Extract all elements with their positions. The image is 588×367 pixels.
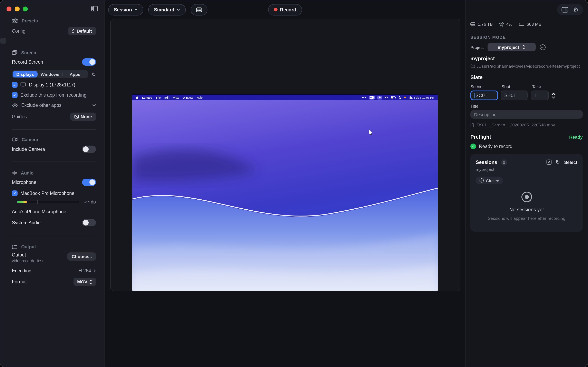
preview-menu-help: Help (197, 96, 203, 99)
tab-windows[interactable]: Windows (38, 71, 62, 77)
empty-title: No sessions yet (470, 207, 583, 212)
screen-share-icon (369, 96, 375, 99)
guides-none-icon (74, 115, 79, 119)
panel-toggle-icon[interactable] (561, 7, 568, 12)
session-mode-label: SESSION MODE (470, 35, 583, 40)
wallpaper (132, 100, 438, 291)
chevron-updown-icon (72, 29, 75, 33)
preview-menu-file: File (156, 96, 161, 99)
microphone-toggle[interactable] (82, 179, 96, 186)
refresh-icon[interactable]: ↻ (555, 159, 560, 165)
format-dropdown[interactable]: MOV (73, 278, 96, 286)
eye-off-icon (12, 103, 18, 108)
check-circle-icon: ✓ (470, 143, 476, 149)
slate-header: Slate (470, 75, 583, 80)
sessions-empty-state: No sessions yet Sessions will appear her… (470, 192, 583, 221)
stepper-down-icon[interactable] (551, 96, 556, 99)
macbook-mic-checkbox[interactable]: ✓ (12, 191, 17, 196)
exclude-app-checkbox[interactable]: ✓ (12, 92, 17, 98)
tab-displays[interactable]: Displays (13, 71, 38, 77)
preflight-status: Ready (569, 134, 583, 140)
ellipsis-circle-icon[interactable] (539, 44, 546, 50)
encoding-label: Encoding (12, 268, 31, 273)
iphone-mic-checkbox[interactable] (0, 38, 6, 44)
title-input[interactable] (470, 110, 583, 119)
mode-menu-button[interactable]: Standard (148, 4, 186, 15)
external-link-icon[interactable] (546, 159, 552, 165)
sessions-header: Sessions (476, 159, 497, 165)
main-area: Session Standard Record Lumary File (105, 0, 465, 367)
memory-icon (519, 22, 524, 26)
session-menu-button[interactable]: Session (108, 4, 143, 15)
circled-filter-chip[interactable]: Circled (476, 176, 503, 184)
choose-button[interactable]: Choose... (68, 252, 96, 261)
refresh-icon[interactable]: ↻ (91, 71, 96, 77)
config-dropdown[interactable]: Default (68, 27, 96, 35)
exclude-app-label: Exclude this app from recording (20, 92, 86, 98)
minimize-button[interactable] (15, 7, 20, 11)
gear-icon[interactable]: ⚙ (573, 6, 579, 13)
scene-input[interactable]: SC01 (470, 91, 498, 100)
chevron-down-icon[interactable] (92, 104, 96, 106)
tab-apps[interactable]: Apps (62, 71, 87, 77)
camera-header: Camera (22, 137, 38, 142)
format-label: Format (12, 279, 27, 284)
monitor-icon (20, 82, 26, 87)
preview-menubar: Lumary File Edit View Window Help ••• (132, 95, 438, 100)
output-folder: videorecordertest (12, 259, 43, 263)
sidebar: Presets Config Default Screen Record Scr… (0, 0, 105, 367)
project-path: /Users/adibhanna/Movies/videorecordertes… (477, 64, 580, 68)
stepper-up-icon[interactable] (551, 92, 556, 95)
encoding-row[interactable]: H.264 (79, 268, 96, 273)
traffic-lights (7, 7, 28, 11)
zoom-button[interactable] (23, 7, 28, 11)
record-circle-icon (521, 192, 532, 202)
storage-status: 1.76 TB 4% 603 MB (470, 22, 583, 26)
close-button[interactable] (7, 7, 11, 11)
screen-header: Screen (21, 50, 36, 55)
shot-input[interactable] (501, 91, 527, 100)
sessions-card: Sessions 0 myproject ↻ Select Circled No… (470, 154, 583, 232)
chevron-updown-icon (89, 280, 92, 284)
iphone-mic-label: Adib's iPhone Microphone (12, 209, 66, 214)
record-dot-icon (274, 8, 277, 11)
record-button[interactable]: Record (268, 4, 302, 15)
sidebar-toggle-icon[interactable] (91, 6, 98, 11)
output-header: Output (21, 244, 36, 249)
empty-subtitle: Sessions will appear here after recordin… (470, 216, 583, 221)
apple-icon (136, 96, 138, 99)
preview-app-name: Lumary (142, 96, 153, 99)
include-camera-toggle[interactable] (82, 146, 96, 153)
output-label: Output (12, 252, 43, 257)
select-button[interactable]: Select (564, 160, 577, 165)
panel-top-controls: ⚙ (557, 4, 583, 15)
waveform-icon (12, 170, 17, 175)
cpu-icon (499, 22, 504, 26)
notes-button[interactable] (191, 4, 208, 15)
camera-icon (12, 137, 17, 142)
record-screen-toggle[interactable] (82, 58, 96, 66)
take-stepper (551, 92, 556, 99)
sessions-project: myproject (476, 167, 507, 172)
folder-icon (12, 244, 17, 249)
display1-checkbox[interactable]: ✓ (12, 82, 17, 88)
preview-stage: Lumary File Edit View Window Help ••• (110, 19, 460, 291)
preflight-header: Preflight (470, 134, 491, 140)
preview-menu-window: Window (183, 96, 193, 99)
system-audio-toggle[interactable] (82, 219, 96, 226)
project-label: Project (470, 45, 484, 50)
shot-label: Shot (502, 84, 532, 89)
take-label: Take (532, 84, 541, 89)
folder-icon (470, 64, 475, 68)
menubar-more-icon: ••• (362, 96, 366, 99)
take-input[interactable] (531, 91, 549, 100)
exclude-other-label: Exclude other apps (21, 103, 61, 108)
guides-button[interactable]: None (70, 113, 96, 121)
cpu-usage: 4% (506, 22, 512, 26)
guides-label: Guides (12, 114, 27, 119)
preview-menu-edit: Edit (164, 96, 169, 99)
disk-space: 1.76 TB (478, 22, 493, 26)
source-segmented-control: Displays Windows Apps (12, 70, 88, 78)
control-center-icon (398, 96, 402, 99)
project-dropdown[interactable]: myproject (487, 43, 536, 51)
